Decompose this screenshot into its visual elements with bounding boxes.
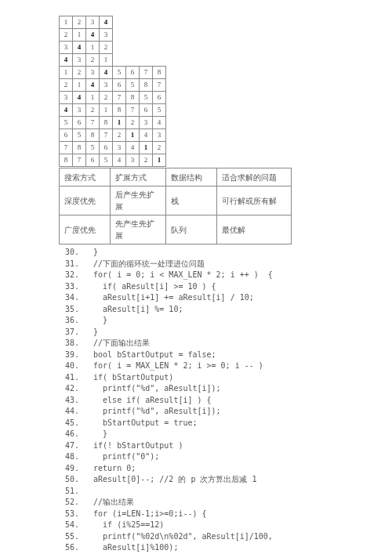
grid-cell: 2 (73, 67, 86, 79)
grid-cell: 2 (100, 42, 113, 54)
grid-cell: 1 (126, 129, 140, 142)
grid-cell: 3 (73, 104, 86, 117)
grid-cell: 3 (113, 142, 126, 154)
grid-cell: 4 (140, 129, 153, 142)
grid-cell: 4 (153, 117, 166, 129)
code-text: //输出结果 (84, 498, 134, 506)
table-row: 深度优先 后产生先扩展 栈 可行解或所有解 (60, 186, 292, 215)
grid-cell: 4 (126, 142, 140, 154)
grid-cell: 2 (86, 104, 100, 117)
grid-cell: 5 (153, 104, 166, 117)
grid-cell: 2 (73, 16, 86, 29)
line-number: 54. (59, 520, 79, 531)
code-text: } (84, 429, 107, 438)
body-cell: 后产生先扩展 (111, 186, 166, 215)
code-text: printf("0"); (84, 452, 159, 461)
grid-cell: 2 (86, 54, 100, 67)
grid-cell: 8 (60, 154, 73, 167)
header-cell: 数据结构 (166, 168, 217, 186)
code-text: //下面输出结果 (84, 339, 150, 347)
grid-cell: 5 (86, 142, 100, 154)
grid-cell: 8 (113, 104, 126, 117)
grid-cell: 1 (153, 154, 166, 167)
line-number: 32. (59, 270, 79, 281)
grid-cell: 1 (140, 142, 153, 154)
grid-cell: 2 (113, 129, 126, 142)
grid-cell: 3 (60, 92, 73, 104)
grid-cell: 7 (100, 129, 113, 142)
grid-cell: 8 (86, 129, 100, 142)
grid-cell: 5 (100, 154, 113, 167)
code-text: if(! bStartOutput ) (84, 441, 183, 450)
grid-cell: 7 (153, 79, 166, 92)
code-text: else if( aResult[i] ) { (84, 396, 212, 404)
grid-cell: 7 (73, 154, 86, 167)
line-number: 45. (59, 418, 79, 429)
table-row: 搜索方式 扩展方式 数据结构 适合求解的问题 (60, 168, 292, 186)
code-text: } (84, 316, 107, 324)
grid-cell: 5 (73, 129, 86, 142)
line-number: 43. (59, 395, 79, 407)
code-text: //下面的循环统一处理进位问题 (84, 259, 205, 268)
line-number: 41. (59, 372, 79, 384)
line-number: 37. (59, 327, 79, 339)
grid-cell: 3 (126, 154, 140, 167)
grid-cell: 6 (153, 92, 166, 104)
grid-cell: 2 (153, 142, 166, 154)
line-number: 55. (59, 531, 79, 543)
line-number: 33. (59, 281, 79, 293)
grid-cell: 1 (100, 54, 113, 67)
grid-cell: 4 (100, 67, 113, 79)
line-number: 35. (59, 304, 79, 316)
grid-cell: 6 (100, 142, 113, 154)
code-text: for( i = 0; i < MAX_LEN * 2; i ++ ) { (84, 270, 273, 279)
grid-cell: 2 (126, 117, 140, 129)
grid-cell: 5 (60, 117, 73, 129)
body-cell: 深度优先 (60, 186, 111, 215)
grid-cell: 4 (60, 104, 73, 117)
header-cell: 扩展方式 (111, 168, 166, 186)
small-grid-4x4: 1234214334124321 (59, 16, 113, 67)
line-number: 50. (59, 474, 79, 486)
grid-cell: 1 (73, 79, 86, 92)
grid-cell: 3 (86, 67, 100, 79)
table-row: 广度优先 先产生先扩展 队列 最优解 (60, 215, 292, 244)
body-cell: 广度优先 (60, 215, 111, 244)
grid-cell: 1 (86, 92, 100, 104)
grid-cell: 6 (86, 154, 100, 167)
line-number: 39. (59, 349, 79, 361)
line-number: 34. (59, 292, 79, 304)
grid-cell: 8 (153, 67, 166, 79)
grid-cell: 6 (140, 104, 153, 117)
body-cell: 最优解 (217, 215, 292, 244)
line-number: 38. (59, 338, 79, 349)
grid-cell: 3 (86, 16, 100, 29)
grid-cell: 4 (60, 54, 73, 67)
line-number: 46. (59, 429, 79, 440)
code-listing: 30. } 31. //下面的循环统一处理进位问题 32. for( i = 0… (59, 247, 361, 554)
grid-cell: 8 (73, 142, 86, 154)
line-number: 52. (59, 497, 79, 509)
grid-cell: 3 (60, 42, 73, 54)
code-text: } (84, 248, 98, 256)
grid-cell: 6 (73, 117, 86, 129)
grid-cell: 8 (126, 92, 140, 104)
line-number: 36. (59, 315, 79, 327)
line-number: 40. (59, 360, 79, 372)
line-number: 30. (59, 247, 79, 259)
grid-cell: 6 (60, 129, 73, 142)
grid-cell: 3 (100, 29, 113, 42)
code-text: if( aResult[i] >= 10 ) { (84, 282, 216, 291)
line-number: 48. (59, 451, 79, 463)
code-text: for( i = MAX_LEN * 2; i >= 0; i -- ) (84, 361, 263, 370)
grid-cell: 3 (140, 117, 153, 129)
code-text: printf("%d", aResult[i]); (84, 407, 221, 415)
line-number: 44. (59, 406, 79, 418)
code-text: } (84, 328, 98, 336)
body-cell: 栈 (166, 186, 217, 215)
grid-cell: 4 (113, 154, 126, 167)
grid-cell: 3 (73, 54, 86, 67)
grid-cell: 6 (126, 67, 140, 79)
code-text: printf("%d", aResult[i]); (84, 384, 221, 393)
grid-cell: 4 (73, 42, 86, 54)
